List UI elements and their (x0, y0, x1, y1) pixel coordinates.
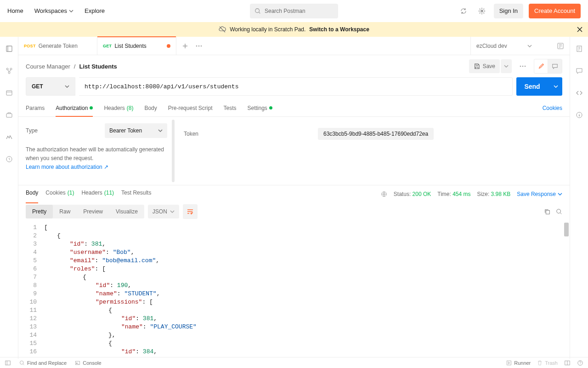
scrollbar-thumb[interactable] (564, 223, 569, 236)
rail-mock-icon[interactable] (3, 109, 16, 121)
play-icon (506, 360, 512, 366)
copy-icon[interactable] (544, 208, 550, 215)
globe-icon[interactable] (381, 191, 387, 197)
subtab-authorization[interactable]: Authorization (56, 99, 93, 116)
search-icon (19, 360, 25, 366)
save-response-button[interactable]: Save Response (517, 191, 562, 197)
scratchpad-text: Working locally in Scratch Pad. (230, 26, 305, 33)
close-icon[interactable] (577, 27, 582, 32)
toggle-sidebar-icon[interactable] (5, 360, 11, 366)
tab-list-students[interactable]: GET List Students (97, 37, 176, 55)
create-account-button[interactable]: Create Account (529, 4, 581, 18)
more-actions-icon[interactable] (516, 60, 529, 73)
chevron-down-icon (554, 84, 558, 89)
tab-generate-token[interactable]: POST Generate Token (18, 37, 97, 55)
svg-rect-17 (546, 210, 549, 214)
runner-button[interactable]: Runner (506, 360, 531, 366)
sync-icon[interactable] (457, 5, 470, 17)
breadcrumb-parent[interactable]: Course Manager (26, 63, 70, 70)
url-input[interactable]: http://localhost:8080/api/v1/users/stude… (79, 77, 513, 96)
active-dot-icon (90, 106, 93, 109)
new-tab-button[interactable] (182, 43, 188, 49)
nav-home[interactable]: Home (7, 7, 23, 14)
resp-tab-cookies[interactable]: Cookies (1) (45, 190, 74, 199)
console-button[interactable]: Console (75, 360, 101, 366)
view-visualize[interactable]: Visualize (109, 205, 144, 218)
env-quicklook-icon[interactable] (557, 42, 564, 50)
rail-history-icon[interactable] (3, 153, 16, 166)
auth-type-select[interactable]: Bearer Token (105, 123, 167, 138)
method-value: GET (32, 83, 43, 90)
subtab-params[interactable]: Params (26, 99, 45, 116)
help-icon[interactable] (577, 360, 583, 366)
rail-comments-icon[interactable] (573, 64, 586, 77)
auth-type-label: Type (26, 127, 38, 134)
svg-rect-7 (6, 114, 12, 117)
view-raw[interactable]: Raw (53, 205, 77, 218)
comment-icon[interactable] (548, 59, 562, 73)
tab-overflow-icon[interactable] (196, 45, 202, 47)
right-rail (570, 37, 588, 359)
resp-tab-headers[interactable]: Headers (11) (81, 190, 114, 199)
environment-selector[interactable]: ezCloud dev (470, 37, 570, 55)
rail-code-icon[interactable] (573, 86, 586, 99)
save-icon (474, 63, 480, 69)
rail-env-icon[interactable] (3, 86, 16, 99)
subtab-headers[interactable]: Headers (8) (104, 99, 133, 116)
trash-button[interactable]: Trash (537, 360, 558, 366)
svg-point-13 (520, 66, 521, 67)
chevron-down-icon (527, 44, 532, 48)
svg-rect-6 (6, 91, 12, 95)
chevron-down-icon (65, 84, 69, 89)
search-placeholder: Search Postman (265, 8, 305, 14)
svg-point-9 (196, 45, 198, 46)
resp-tab-tests[interactable]: Test Results (121, 190, 151, 199)
svg-rect-2 (6, 46, 12, 52)
rail-collections-icon[interactable] (3, 42, 16, 55)
size-value: 3.98 KB (491, 191, 511, 197)
nav-explore[interactable]: Explore (85, 7, 105, 14)
rail-info-icon[interactable] (573, 109, 586, 121)
tab-method: GET (103, 44, 112, 48)
auth-help-link[interactable]: Learn more about authorization ↗ (26, 164, 108, 170)
find-replace-button[interactable]: Find and Replace (19, 360, 67, 366)
rail-apis-icon[interactable] (3, 64, 16, 77)
chevron-down-icon (158, 128, 163, 133)
svg-point-14 (522, 66, 524, 67)
search-response-icon[interactable] (556, 208, 562, 215)
auth-type-value: Bearer Token (109, 127, 142, 134)
sign-in-button[interactable]: Sign In (494, 4, 523, 18)
response-body[interactable]: 12345678910111213141516 [{"id": 381,"use… (18, 221, 570, 359)
svg-point-0 (255, 8, 260, 12)
trash-icon (537, 360, 543, 366)
format-select[interactable]: JSON (148, 205, 179, 218)
svg-rect-24 (507, 361, 511, 365)
token-value-input[interactable]: 63c3bcb5-9bd9-4885-b485-17690edd72ea (318, 128, 434, 140)
search-input[interactable]: Search Postman (250, 4, 338, 18)
rail-monitor-icon[interactable] (3, 131, 16, 144)
subtab-settings[interactable]: Settings (248, 99, 272, 116)
breadcrumb-current: List Students (79, 63, 117, 70)
rail-docs-icon[interactable] (573, 42, 586, 55)
edit-icon[interactable] (534, 59, 548, 73)
save-dropdown[interactable] (501, 59, 512, 73)
two-pane-icon[interactable] (564, 360, 571, 366)
tab-label: List Students (114, 43, 146, 49)
subtab-prerequest[interactable]: Pre-request Script (168, 99, 213, 116)
settings-icon[interactable] (475, 5, 488, 17)
view-preview[interactable]: Preview (77, 205, 109, 218)
subtab-tests[interactable]: Tests (223, 99, 236, 116)
send-button[interactable]: Send (516, 77, 562, 96)
resp-tab-body[interactable]: Body (26, 190, 38, 199)
wrap-lines-button[interactable] (183, 204, 198, 219)
subtab-body[interactable]: Body (144, 99, 157, 116)
view-pretty[interactable]: Pretty (26, 205, 53, 218)
save-button[interactable]: Save (469, 59, 500, 73)
scratchpad-link[interactable]: Switch to a Workspace (309, 26, 369, 33)
cookies-link[interactable]: Cookies (543, 105, 562, 111)
method-select[interactable]: GET (26, 77, 75, 96)
time-value: 454 ms (452, 191, 470, 197)
svg-point-1 (481, 10, 483, 12)
nav-workspaces[interactable]: Workspaces (34, 7, 74, 14)
environment-name: ezCloud dev (476, 43, 507, 49)
